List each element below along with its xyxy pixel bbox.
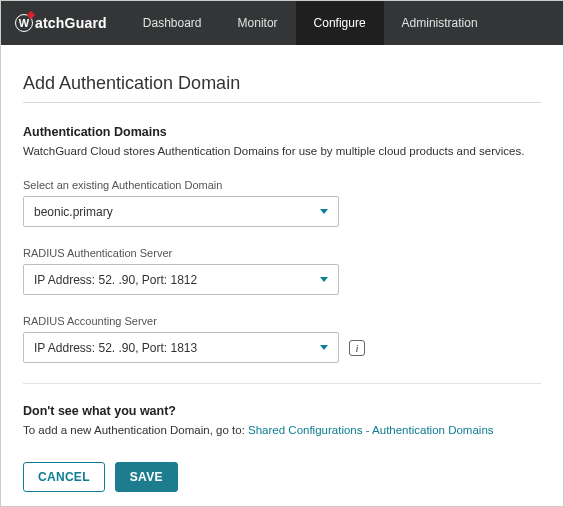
page-content: Add Authentication Domain Authentication…	[1, 45, 563, 507]
nav-administration[interactable]: Administration	[384, 1, 496, 45]
radius-auth-label: RADIUS Authentication Server	[23, 247, 541, 259]
nav-configure[interactable]: Configure	[296, 1, 384, 45]
section-heading: Authentication Domains	[23, 125, 541, 139]
brand-text: atchGuard	[35, 15, 107, 31]
nav-monitor[interactable]: Monitor	[220, 1, 296, 45]
shared-config-link[interactable]: Shared Configurations - Authentication D…	[248, 424, 493, 436]
chevron-down-icon	[320, 209, 328, 214]
chevron-down-icon	[320, 277, 328, 282]
logo-mark-icon: W	[15, 14, 33, 32]
top-nav: WatchGuard Dashboard Monitor Configure A…	[1, 1, 563, 45]
divider	[23, 383, 541, 384]
info-icon[interactable]: i	[349, 340, 365, 356]
radius-auth-value: IP Address: 52. .90, Port: 1812	[34, 273, 197, 287]
section-description: WatchGuard Cloud stores Authentication D…	[23, 145, 541, 157]
domain-select-label: Select an existing Authentication Domain	[23, 179, 541, 191]
radius-acct-select[interactable]: IP Address: 52. .90, Port: 1813	[23, 332, 339, 363]
cancel-button[interactable]: CANCEL	[23, 462, 105, 492]
page-title: Add Authentication Domain	[23, 73, 541, 103]
radius-auth-select[interactable]: IP Address: 52. .90, Port: 1812	[23, 264, 339, 295]
save-button[interactable]: SAVE	[115, 462, 178, 492]
radius-acct-label: RADIUS Accounting Server	[23, 315, 541, 327]
chevron-down-icon	[320, 345, 328, 350]
footer-text: To add a new Authentication Domain, go t…	[23, 424, 541, 436]
domain-select[interactable]: beonic.primary	[23, 196, 339, 227]
action-bar: CANCEL SAVE	[23, 462, 541, 492]
domain-select-value: beonic.primary	[34, 205, 113, 219]
footer-heading: Don't see what you want?	[23, 404, 541, 418]
brand-logo: WatchGuard	[1, 1, 125, 45]
radius-acct-value: IP Address: 52. .90, Port: 1813	[34, 341, 197, 355]
nav-dashboard[interactable]: Dashboard	[125, 1, 220, 45]
footer-prefix: To add a new Authentication Domain, go t…	[23, 424, 248, 436]
